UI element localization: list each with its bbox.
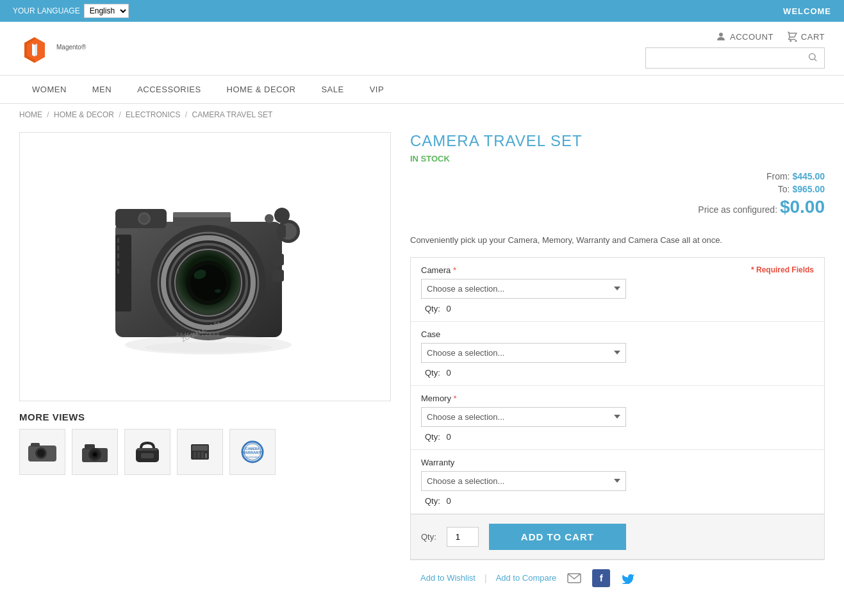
- bundle-options: Camera * * Required Fields Choose a sele…: [410, 257, 825, 560]
- svg-rect-47: [31, 443, 40, 447]
- main-product-image[interactable]: ZOOM LENS 6x 2.4-44.4mm 1:2.8-4.8: [19, 132, 391, 401]
- nav-item-home-decor[interactable]: HOME & DECOR: [214, 76, 309, 103]
- svg-rect-54: [137, 448, 158, 451]
- stock-status: IN STOCK: [410, 154, 825, 163]
- bundle-option-camera: Camera * * Required Fields Choose a sele…: [411, 258, 824, 322]
- nav-item-men[interactable]: MEN: [79, 76, 124, 103]
- svg-rect-40: [272, 270, 284, 281]
- cart-icon: [786, 31, 798, 42]
- header-right: ACCOUNT CART: [645, 31, 825, 69]
- svg-point-46: [37, 449, 45, 457]
- account-icon: [715, 31, 727, 42]
- case-qty: Qty: 0: [421, 368, 814, 378]
- option-case-label: Case: [421, 329, 814, 339]
- top-bar: YOUR LANGUAGE English WELCOME: [0, 0, 844, 22]
- svg-marker-4: [35, 44, 37, 56]
- svg-rect-34: [117, 253, 119, 258]
- option-warranty-label: Warranty: [421, 458, 814, 467]
- breadcrumb: HOME / HOME & DECOR / ELECTRONICS / CAME…: [0, 104, 844, 126]
- magento-logo-icon: [19, 35, 50, 65]
- social-actions: Add to Wishlist | Add to Compare f: [410, 560, 825, 596]
- camera-illustration: ZOOM LENS 6x 2.4-44.4mm 1:2.8-4.8: [90, 151, 320, 382]
- nav-item-sale[interactable]: SALE: [308, 76, 356, 103]
- language-select[interactable]: English: [84, 4, 129, 18]
- memory-qty: Qty: 0: [421, 432, 814, 442]
- product-title: CAMERA TRAVEL SET: [410, 132, 825, 150]
- svg-point-52: [93, 453, 97, 456]
- add-to-cart-section: Qty: ADD TO CART: [411, 514, 824, 559]
- case-select[interactable]: Choose a selection...: [421, 343, 626, 363]
- svg-rect-58: [194, 452, 196, 458]
- welcome-text: WELCOME: [783, 6, 831, 16]
- thumbnail-3[interactable]: [124, 429, 170, 475]
- cart-link[interactable]: CART: [786, 31, 825, 42]
- svg-rect-57: [192, 445, 208, 451]
- svg-rect-41: [279, 225, 286, 238]
- bundle-option-warranty: Warranty Choose a selection... Qty: 0: [411, 450, 824, 514]
- svg-rect-35: [117, 261, 119, 266]
- svg-text:WARRANTY: WARRANTY: [242, 451, 264, 454]
- logo-area[interactable]: Magento®: [19, 35, 86, 65]
- product-description: Conveniently pick up your Camera, Memory…: [410, 234, 825, 247]
- thumbnail-1[interactable]: [19, 429, 65, 475]
- breadcrumb-home-decor[interactable]: HOME & DECOR: [54, 110, 114, 119]
- twitter-share-button[interactable]: [619, 569, 637, 587]
- main-nav: WOMEN MEN ACCESSORIES HOME & DECOR SALE …: [0, 76, 844, 104]
- language-selector-area: YOUR LANGUAGE English: [13, 4, 129, 18]
- nav-item-vip[interactable]: VIP: [357, 76, 397, 103]
- qty-label: Qty:: [421, 532, 436, 542]
- header-actions: ACCOUNT CART: [715, 31, 825, 42]
- breadcrumb-electronics[interactable]: ELECTRONICS: [126, 110, 180, 119]
- svg-rect-36: [117, 269, 119, 274]
- warranty-qty: Qty: 0: [421, 496, 814, 506]
- thumbnails: CAMERA WARRANTY CERTIFIED: [19, 429, 391, 475]
- header: Magento® ACCOUNT CART: [0, 22, 844, 76]
- product-details: CAMERA TRAVEL SET IN STOCK From: $445.00…: [410, 132, 825, 596]
- svg-rect-60: [201, 452, 204, 458]
- svg-rect-59: [197, 452, 200, 458]
- svg-rect-55: [141, 453, 154, 458]
- quantity-input[interactable]: [447, 527, 479, 547]
- add-to-wishlist-link[interactable]: Add to Wishlist: [420, 573, 476, 583]
- nav-item-accessories[interactable]: ACCESSORIES: [124, 76, 213, 103]
- main-content: ZOOM LENS 6x 2.4-44.4mm 1:2.8-4.8: [0, 126, 844, 615]
- svg-rect-61: [205, 453, 207, 458]
- add-to-compare-link[interactable]: Add to Compare: [496, 573, 557, 583]
- language-label: YOUR LANGUAGE: [13, 6, 80, 15]
- thumbnail-2[interactable]: [72, 429, 118, 475]
- svg-point-8: [809, 54, 815, 60]
- camera-select[interactable]: Choose a selection...: [421, 279, 626, 299]
- search-input[interactable]: [646, 49, 801, 67]
- email-share-button[interactable]: [565, 569, 583, 587]
- memory-select[interactable]: Choose a selection...: [421, 407, 626, 427]
- svg-point-6: [790, 40, 791, 42]
- svg-rect-33: [117, 246, 119, 251]
- logo-text: Magento®: [56, 40, 86, 60]
- svg-line-9: [815, 59, 816, 61]
- warranty-select[interactable]: Choose a selection...: [421, 471, 626, 491]
- svg-rect-32: [117, 238, 119, 243]
- svg-point-15: [265, 214, 274, 223]
- add-to-cart-button[interactable]: ADD TO CART: [489, 524, 626, 550]
- svg-point-28: [215, 289, 221, 293]
- option-memory-label: Memory *: [421, 394, 814, 403]
- svg-rect-39: [272, 254, 284, 265]
- account-link[interactable]: ACCOUNT: [715, 31, 774, 42]
- breadcrumb-product[interactable]: CAMERA TRAVEL SET: [192, 110, 272, 119]
- nav-item-women[interactable]: WOMEN: [19, 76, 79, 103]
- search-bar: [645, 47, 825, 69]
- search-icon: [807, 52, 818, 62]
- price-configured: Price as configured: $0.00: [698, 197, 825, 217]
- thumbnail-5[interactable]: CAMERA WARRANTY CERTIFIED: [229, 429, 276, 475]
- price-from: From: $445.00: [766, 171, 825, 181]
- more-views-title: MORE VIEWS: [19, 412, 391, 422]
- svg-point-38: [140, 214, 149, 223]
- search-button[interactable]: [801, 48, 824, 68]
- svg-text:CERTIFIED: CERTIFIED: [245, 456, 259, 459]
- thumbnail-4[interactable]: [177, 429, 223, 475]
- bundle-option-memory: Memory * Choose a selection... Qty: 0: [411, 386, 824, 450]
- breadcrumb-home[interactable]: HOME: [19, 110, 42, 119]
- svg-rect-13: [173, 212, 231, 217]
- facebook-share-button[interactable]: f: [592, 569, 610, 587]
- svg-point-43: [144, 342, 272, 353]
